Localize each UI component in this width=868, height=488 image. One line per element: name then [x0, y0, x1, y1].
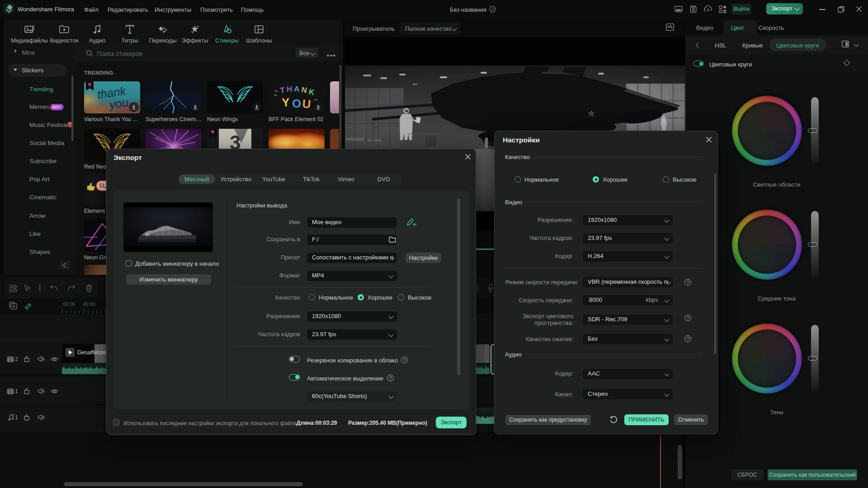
svg-text:U: U — [302, 97, 311, 111]
svg-text:A: A — [294, 84, 300, 94]
svg-text:Y: Y — [281, 95, 290, 109]
svg-text:AI: AI — [413, 222, 416, 226]
svg-text:T: T — [279, 86, 285, 95]
svg-text:K: K — [308, 87, 316, 97]
svg-text:H: H — [287, 85, 292, 94]
svg-text:O: O — [292, 97, 301, 110]
svg-text:you: you — [108, 95, 129, 112]
svg-text:N: N — [301, 85, 307, 95]
